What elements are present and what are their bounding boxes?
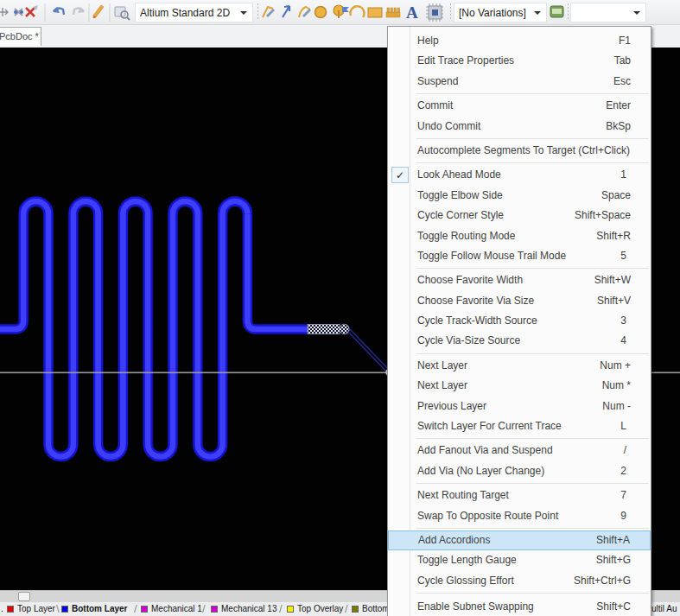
svg-text:A: A [406, 3, 418, 22]
